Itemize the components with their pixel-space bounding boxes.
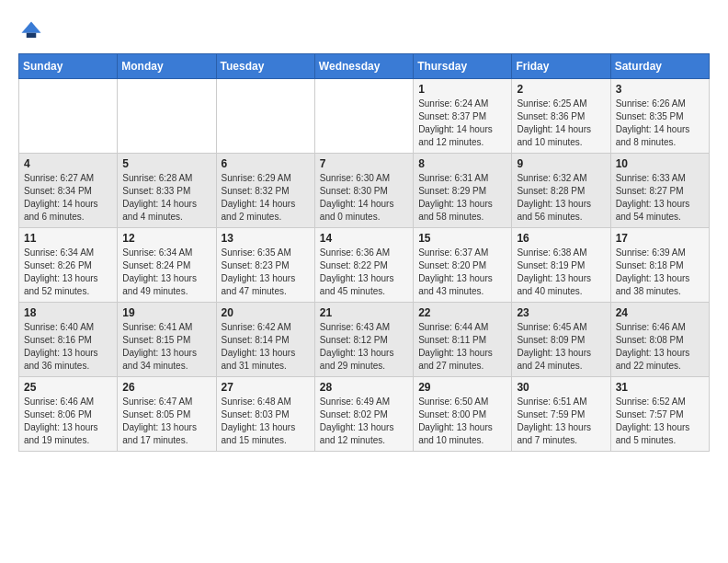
day-number: 23 <box>517 306 605 319</box>
day-number: 16 <box>517 232 605 245</box>
day-number: 3 <box>616 83 704 96</box>
weekday-header: Friday <box>512 54 610 79</box>
calendar-cell: 13Sunrise: 6:35 AM Sunset: 8:23 PM Dayli… <box>216 228 314 303</box>
calendar-cell: 31Sunrise: 6:52 AM Sunset: 7:57 PM Dayli… <box>610 377 709 452</box>
day-info: Sunrise: 6:30 AM Sunset: 8:30 PM Dayligh… <box>320 172 408 224</box>
calendar-cell: 24Sunrise: 6:46 AM Sunset: 8:08 PM Dayli… <box>610 303 709 377</box>
day-number: 12 <box>122 232 210 245</box>
day-number: 2 <box>517 83 605 96</box>
calendar-cell: 14Sunrise: 6:36 AM Sunset: 8:22 PM Dayli… <box>314 228 413 303</box>
calendar-cell: 3Sunrise: 6:26 AM Sunset: 8:35 PM Daylig… <box>610 79 709 154</box>
calendar-cell: 7Sunrise: 6:30 AM Sunset: 8:30 PM Daylig… <box>314 154 413 228</box>
weekday-header: Wednesday <box>314 54 413 79</box>
day-info: Sunrise: 6:39 AM Sunset: 8:18 PM Dayligh… <box>616 247 704 298</box>
calendar-week-row: 1Sunrise: 6:24 AM Sunset: 8:37 PM Daylig… <box>19 79 710 154</box>
day-number: 7 <box>320 157 408 170</box>
calendar-cell: 23Sunrise: 6:45 AM Sunset: 8:09 PM Dayli… <box>512 303 610 377</box>
day-number: 28 <box>320 381 408 394</box>
day-number: 5 <box>122 157 210 170</box>
day-number: 25 <box>24 381 112 394</box>
day-info: Sunrise: 6:49 AM Sunset: 8:02 PM Dayligh… <box>320 396 408 447</box>
day-number: 19 <box>122 306 210 319</box>
calendar-cell: 11Sunrise: 6:34 AM Sunset: 8:26 PM Dayli… <box>19 228 118 303</box>
day-number: 24 <box>616 306 704 319</box>
svg-marker-0 <box>22 22 41 33</box>
weekday-header: Saturday <box>610 54 709 79</box>
day-info: Sunrise: 6:37 AM Sunset: 8:20 PM Dayligh… <box>418 247 506 298</box>
calendar-cell: 15Sunrise: 6:37 AM Sunset: 8:20 PM Dayli… <box>414 228 512 303</box>
day-number: 14 <box>320 232 408 245</box>
calendar-week-row: 18Sunrise: 6:40 AM Sunset: 8:16 PM Dayli… <box>19 303 710 377</box>
day-info: Sunrise: 6:42 AM Sunset: 8:14 PM Dayligh… <box>222 321 310 373</box>
day-info: Sunrise: 6:38 AM Sunset: 8:19 PM Dayligh… <box>517 247 605 298</box>
day-number: 4 <box>24 157 112 170</box>
day-number: 21 <box>320 306 408 319</box>
calendar-cell: 20Sunrise: 6:42 AM Sunset: 8:14 PM Dayli… <box>216 303 314 377</box>
day-info: Sunrise: 6:45 AM Sunset: 8:09 PM Dayligh… <box>517 321 605 373</box>
day-info: Sunrise: 6:29 AM Sunset: 8:32 PM Dayligh… <box>222 172 310 224</box>
day-info: Sunrise: 6:24 AM Sunset: 8:37 PM Dayligh… <box>418 98 506 149</box>
day-number: 22 <box>418 306 506 319</box>
calendar-cell <box>19 79 118 154</box>
weekday-header: Thursday <box>414 54 512 79</box>
day-number: 1 <box>418 83 506 96</box>
calendar-week-row: 25Sunrise: 6:46 AM Sunset: 8:06 PM Dayli… <box>19 377 710 452</box>
day-number: 18 <box>24 306 112 319</box>
day-info: Sunrise: 6:32 AM Sunset: 8:28 PM Dayligh… <box>517 172 605 224</box>
calendar-cell: 4Sunrise: 6:27 AM Sunset: 8:34 PM Daylig… <box>19 154 118 228</box>
day-info: Sunrise: 6:44 AM Sunset: 8:11 PM Dayligh… <box>418 321 506 373</box>
calendar-cell: 22Sunrise: 6:44 AM Sunset: 8:11 PM Dayli… <box>414 303 512 377</box>
calendar-cell: 19Sunrise: 6:41 AM Sunset: 8:15 PM Dayli… <box>118 303 216 377</box>
calendar-cell: 21Sunrise: 6:43 AM Sunset: 8:12 PM Dayli… <box>314 303 413 377</box>
day-info: Sunrise: 6:26 AM Sunset: 8:35 PM Dayligh… <box>616 98 704 149</box>
day-info: Sunrise: 6:41 AM Sunset: 8:15 PM Dayligh… <box>122 321 210 373</box>
day-number: 29 <box>418 381 506 394</box>
day-number: 30 <box>517 381 605 394</box>
day-info: Sunrise: 6:51 AM Sunset: 7:59 PM Dayligh… <box>517 396 605 447</box>
day-number: 26 <box>122 381 210 394</box>
weekday-header: Monday <box>118 54 216 79</box>
calendar-cell: 1Sunrise: 6:24 AM Sunset: 8:37 PM Daylig… <box>414 79 512 154</box>
day-number: 8 <box>418 157 506 170</box>
calendar-cell: 12Sunrise: 6:34 AM Sunset: 8:24 PM Dayli… <box>118 228 216 303</box>
calendar-week-row: 11Sunrise: 6:34 AM Sunset: 8:26 PM Dayli… <box>19 228 710 303</box>
day-info: Sunrise: 6:25 AM Sunset: 8:36 PM Dayligh… <box>517 98 605 149</box>
day-number: 20 <box>222 306 310 319</box>
calendar-cell: 27Sunrise: 6:48 AM Sunset: 8:03 PM Dayli… <box>216 377 314 452</box>
day-info: Sunrise: 6:52 AM Sunset: 7:57 PM Dayligh… <box>616 396 704 447</box>
calendar-cell: 26Sunrise: 6:47 AM Sunset: 8:05 PM Dayli… <box>118 377 216 452</box>
calendar-cell: 9Sunrise: 6:32 AM Sunset: 8:28 PM Daylig… <box>512 154 610 228</box>
day-number: 10 <box>616 157 704 170</box>
day-info: Sunrise: 6:27 AM Sunset: 8:34 PM Dayligh… <box>24 172 112 224</box>
calendar-week-row: 4Sunrise: 6:27 AM Sunset: 8:34 PM Daylig… <box>19 154 710 228</box>
day-number: 15 <box>418 232 506 245</box>
calendar-cell: 2Sunrise: 6:25 AM Sunset: 8:36 PM Daylig… <box>512 79 610 154</box>
day-info: Sunrise: 6:33 AM Sunset: 8:27 PM Dayligh… <box>616 172 704 224</box>
weekday-header: Sunday <box>19 54 118 79</box>
day-info: Sunrise: 6:46 AM Sunset: 8:06 PM Dayligh… <box>24 396 112 447</box>
day-info: Sunrise: 6:34 AM Sunset: 8:26 PM Dayligh… <box>24 247 112 298</box>
day-number: 17 <box>616 232 704 245</box>
day-number: 9 <box>517 157 605 170</box>
calendar-cell: 18Sunrise: 6:40 AM Sunset: 8:16 PM Dayli… <box>19 303 118 377</box>
logo <box>18 18 48 44</box>
calendar-cell: 6Sunrise: 6:29 AM Sunset: 8:32 PM Daylig… <box>216 154 314 228</box>
svg-rect-1 <box>27 33 37 38</box>
day-number: 11 <box>24 232 112 245</box>
calendar-cell: 17Sunrise: 6:39 AM Sunset: 8:18 PM Dayli… <box>610 228 709 303</box>
day-number: 13 <box>222 232 310 245</box>
calendar-cell <box>118 79 216 154</box>
calendar-cell <box>216 79 314 154</box>
day-info: Sunrise: 6:40 AM Sunset: 8:16 PM Dayligh… <box>24 321 112 373</box>
calendar-table: SundayMondayTuesdayWednesdayThursdayFrid… <box>18 53 710 452</box>
day-info: Sunrise: 6:35 AM Sunset: 8:23 PM Dayligh… <box>222 247 310 298</box>
calendar-cell: 5Sunrise: 6:28 AM Sunset: 8:33 PM Daylig… <box>118 154 216 228</box>
day-number: 31 <box>616 381 704 394</box>
calendar-cell: 30Sunrise: 6:51 AM Sunset: 7:59 PM Dayli… <box>512 377 610 452</box>
logo-icon <box>18 18 44 44</box>
day-info: Sunrise: 6:50 AM Sunset: 8:00 PM Dayligh… <box>418 396 506 447</box>
calendar-cell: 25Sunrise: 6:46 AM Sunset: 8:06 PM Dayli… <box>19 377 118 452</box>
calendar-cell: 16Sunrise: 6:38 AM Sunset: 8:19 PM Dayli… <box>512 228 610 303</box>
day-number: 6 <box>222 157 310 170</box>
day-info: Sunrise: 6:36 AM Sunset: 8:22 PM Dayligh… <box>320 247 408 298</box>
